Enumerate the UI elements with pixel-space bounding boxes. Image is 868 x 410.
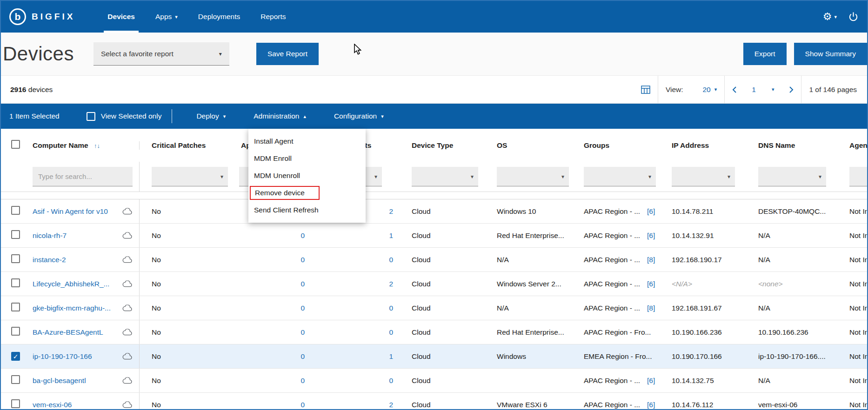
nav-tab-reports[interactable]: Reports	[250, 1, 296, 33]
deployments-link[interactable]: 0	[389, 328, 393, 336]
applicable-patches-link[interactable]: 0	[300, 377, 305, 384]
next-page-button[interactable]	[781, 76, 801, 103]
filter-critical-patches[interactable]: ▾	[152, 167, 228, 186]
deployments-link[interactable]: 0	[389, 377, 393, 384]
groups-count-link[interactable]: [6]	[647, 280, 655, 288]
filter-device-type[interactable]: ▾	[412, 167, 478, 186]
menu-item-remove-device[interactable]: Remove device	[248, 184, 366, 201]
row-checkbox[interactable]	[11, 206, 20, 215]
groups-count-link[interactable]: [8]	[647, 256, 655, 264]
row-checkbox[interactable]	[11, 254, 20, 263]
deployments-link[interactable]: 0	[389, 304, 393, 312]
device-name-link[interactable]: instance-2	[33, 256, 66, 264]
computer-name-search-input[interactable]	[33, 167, 133, 186]
device-name-link[interactable]: Asif - Win Agent for v10	[33, 207, 108, 216]
device-name-link[interactable]: Lifecycle_AbhishekR_...	[33, 280, 109, 288]
page-size-value[interactable]: 20	[703, 86, 711, 94]
filter-dns-name[interactable]: ▾	[758, 167, 826, 186]
filter-agent-status[interactable]: ▾	[849, 167, 868, 186]
device-name-link[interactable]: ip-10-190-170-166	[33, 352, 92, 361]
row-checkbox[interactable]	[11, 375, 20, 384]
applicable-patches-link[interactable]: 0	[300, 256, 305, 264]
row-checkbox[interactable]	[11, 303, 20, 311]
table-row: vem-esxi-06 No 0 2 Cloud VMware ESXi 6 A…	[1, 393, 867, 410]
applicable-patches-link[interactable]: 0	[300, 231, 305, 239]
deployments-link[interactable]: 2	[389, 401, 393, 409]
dns-name-cell: vem-esxi-06	[746, 401, 837, 409]
gear-icon: ⚙	[823, 12, 832, 22]
filter-os[interactable]: ▾	[497, 167, 569, 186]
administration-menu-button[interactable]: Administration ▴	[240, 104, 320, 129]
power-icon[interactable]	[848, 12, 859, 22]
applicable-patches-link[interactable]: 0	[300, 328, 305, 336]
ip-address-cell: 10.14.78.211	[667, 207, 746, 216]
applicable-patches-link[interactable]: 0	[300, 401, 305, 409]
os-cell: Red Hat Enterprise...	[489, 328, 580, 337]
sort-icon[interactable]: ↑↓	[94, 142, 100, 149]
view-selected-toggle[interactable]: View Selected only	[87, 112, 162, 121]
chevron-down-icon[interactable]: ▾	[714, 86, 717, 93]
groups-count-link[interactable]: [6]	[647, 231, 655, 239]
groups-count-link[interactable]: [6]	[647, 207, 655, 215]
groups-count-link[interactable]: [6]	[647, 401, 655, 409]
menu-item-mdm-unenroll[interactable]: MDM Unenroll	[248, 167, 366, 184]
ip-address-cell: 192.168.190.17	[667, 256, 746, 264]
view-selected-checkbox[interactable]	[87, 112, 95, 121]
save-report-button[interactable]: Save Report	[256, 43, 319, 65]
critical-patches-cell: No	[140, 352, 239, 361]
applicable-patches-link[interactable]: 0	[300, 352, 305, 360]
configuration-menu-button[interactable]: Configuration ▾	[320, 104, 398, 129]
select-all-checkbox[interactable]	[11, 140, 20, 149]
deployments-link[interactable]: 1	[389, 231, 393, 239]
table-row: ba-gcl-besagentl No 0 0 Cloud APAC Regio…	[1, 369, 867, 393]
os-cell: Windows 10	[489, 207, 580, 216]
device-name-link[interactable]: BA-Azure-BESAgentL	[33, 328, 103, 337]
groups-count-link[interactable]: [8]	[647, 304, 655, 312]
grid-view-toggle[interactable]	[634, 76, 658, 103]
cloud-icon	[122, 353, 133, 360]
deployments-link[interactable]: 0	[389, 256, 393, 264]
settings-menu-button[interactable]: ⚙ ▾	[823, 12, 837, 22]
groups-cell: APAC Region - ...[6]	[580, 207, 667, 216]
row-checkbox[interactable]	[11, 327, 20, 336]
favorite-report-select[interactable]: Select a favorite report ▾	[93, 42, 229, 66]
export-button[interactable]: Export	[743, 43, 787, 65]
menu-item-mdm-enroll[interactable]: MDM Enroll	[248, 150, 366, 167]
deployments-link[interactable]: 2	[389, 280, 393, 288]
nav-tab-apps[interactable]: Apps▾	[145, 1, 188, 33]
nav-tab-devices[interactable]: Devices	[97, 1, 145, 33]
header-actions: Export Show Summary	[743, 43, 867, 65]
menu-item-install-agent[interactable]: Install Agent	[248, 132, 366, 150]
applicable-patches-link[interactable]: 0	[300, 304, 305, 312]
row-checkbox[interactable]	[11, 399, 20, 408]
nav-tab-deployments[interactable]: Deployments	[188, 1, 250, 33]
filter-groups[interactable]: ▾	[584, 167, 656, 186]
deploy-menu-button[interactable]: Deploy ▾	[182, 104, 240, 129]
device-type-cell: Cloud	[400, 304, 489, 312]
device-type-cell: Cloud	[400, 280, 489, 288]
show-summary-button[interactable]: Show Summary	[794, 43, 867, 65]
menu-item-send-client-refresh[interactable]: Send Client Refresh	[248, 201, 366, 218]
device-name-link[interactable]: gke-bigfix-mcm-raghu-...	[33, 304, 111, 312]
dns-name-cell: N/A	[746, 231, 837, 240]
device-name-link[interactable]: nicola-rh-7	[33, 231, 67, 240]
chevron-down-icon: ▾	[772, 86, 775, 93]
table-header-row: Computer Name ↑↓ Critical Patches Applic…	[1, 129, 867, 162]
os-cell: N/A	[489, 304, 580, 312]
groups-count-link[interactable]: [6]	[647, 377, 655, 384]
device-name-link[interactable]: ba-gcl-besagentl	[33, 377, 86, 385]
column-header-critical-patches: Critical Patches	[140, 141, 239, 150]
applicable-patches-link[interactable]: 0	[300, 280, 305, 288]
deployments-link[interactable]: 1	[389, 352, 393, 360]
deployments-link[interactable]: 2	[389, 207, 393, 215]
selection-count: 1 Item Selected	[9, 112, 60, 120]
prev-page-button[interactable]	[725, 76, 744, 103]
agent-status-cell: Not Installed	[837, 304, 868, 312]
row-checkbox[interactable]	[11, 352, 20, 361]
row-checkbox[interactable]	[11, 278, 20, 287]
filter-ip-address[interactable]: ▾	[672, 167, 735, 186]
agent-status-cell: Not Installed	[837, 207, 868, 216]
row-checkbox[interactable]	[11, 230, 20, 239]
page-number-select[interactable]: 1 ▾	[744, 76, 781, 103]
device-name-link[interactable]: vem-esxi-06	[33, 401, 72, 409]
